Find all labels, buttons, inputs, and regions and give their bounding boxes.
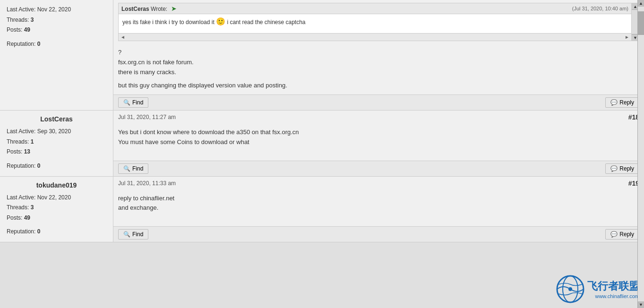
quote-box: LostCeras Wrote: ➤ (Jul 31, 2020, 10:40 … <box>118 3 639 41</box>
quote-text-part1: yes its fake i think i try to download i… <box>122 19 216 26</box>
quote-text-part2: i cant read the chinese captcha <box>225 19 305 26</box>
quote-header: LostCeras Wrote: ➤ (Jul 31, 2020, 10:40 … <box>119 3 631 14</box>
threads-label: Threads: 3 <box>7 15 106 26</box>
quote-inner: LostCeras Wrote: ➤ (Jul 31, 2020, 10:40 … <box>119 3 631 41</box>
reply-label-19: Reply <box>619 231 634 238</box>
reply-icon-18: 💬 <box>610 165 618 172</box>
reputation-label: Reputation: 0 <box>7 39 106 50</box>
user-sidebar-18: LostCeras Last Active: Sep 30, 2020 Thre… <box>0 111 113 176</box>
quote-date: (Jul 31, 2020, 10:40 am) <box>572 6 628 11</box>
post-content: LostCeras Wrote: ➤ (Jul 31, 2020, 10:40 … <box>113 0 644 110</box>
page-scroll-down[interactable]: ▼ <box>638 301 644 308</box>
post-body: ? fsx.org.cn is not fake forum. there is… <box>113 44 644 94</box>
user-info: Last Active: Nov 22, 2020 Threads: 3 Pos… <box>7 5 106 49</box>
posts-count: 49 <box>24 26 30 33</box>
quote-wrote: Wrote: <box>151 6 167 12</box>
svg-point-1 <box>563 276 578 302</box>
post-footer: 🔍 Find 💬 Reply <box>113 94 644 110</box>
reputation-count-19: 0 <box>37 228 41 235</box>
post-line-1: ? <box>118 48 639 58</box>
find-button[interactable]: 🔍 Find <box>118 97 148 108</box>
user-info-19: Last Active: Nov 22, 2020 Threads: 3 Pos… <box>7 193 106 237</box>
posts-label-19: Posts: 49 <box>7 213 106 223</box>
watermark-text: 飞行者联盟 www.chinaflier.com <box>587 279 639 299</box>
post-row-19: tokudane019 Last Active: Nov 22, 2020 Th… <box>0 177 644 242</box>
post-header-19: Jul 31, 2020, 11:33 am #19 <box>113 177 644 190</box>
find-label: Find <box>132 99 143 106</box>
post-line-4: but this guy changing the displayed vers… <box>118 81 639 91</box>
post-row: Last Active: Nov 22, 2020 Threads: 3 Pos… <box>0 0 644 111</box>
post-datetime-19: Jul 31, 2020, 11:33 am <box>118 180 176 187</box>
svg-point-0 <box>557 276 584 302</box>
user-sidebar-19: tokudane019 Last Active: Nov 22, 2020 Th… <box>0 177 113 242</box>
post-line-19-2: and exchange. <box>118 203 639 213</box>
post-line-18-1: Yes but i dont know where to download th… <box>118 128 639 137</box>
find-button-18[interactable]: 🔍 Find <box>118 163 148 174</box>
quote-arrow-icon: ➤ <box>171 5 177 12</box>
page-scroll-track <box>638 7 644 301</box>
page-scroll-thumb[interactable] <box>638 11 644 35</box>
emoji-smile: 🙂 <box>216 17 225 26</box>
svg-point-2 <box>568 287 572 291</box>
reputation-label-19: Reputation: 0 <box>7 227 106 237</box>
post-footer-18: 🔍 Find 💬 Reply <box>113 161 644 176</box>
quote-bottom-bar: ◄ ► <box>119 33 631 41</box>
username-18: LostCeras <box>7 115 106 123</box>
reputation-count: 0 <box>37 41 41 47</box>
page-scrollbar[interactable]: ▲ ▼ <box>637 0 644 308</box>
reply-button-19[interactable]: 💬 Reply <box>605 229 639 240</box>
quote-scroll-area: LostCeras Wrote: ➤ (Jul 31, 2020, 10:40 … <box>119 3 639 41</box>
reply-icon-19: 💬 <box>610 231 618 238</box>
post-body-18: Yes but i dont know where to download th… <box>113 124 644 160</box>
scroll-right-icon: ► <box>625 34 629 40</box>
last-active: Last Active: Nov 22, 2020 <box>7 5 106 15</box>
search-icon: 🔍 <box>123 99 130 106</box>
post-content-19: Jul 31, 2020, 11:33 am #19 reply to chin… <box>113 177 644 242</box>
find-button-19[interactable]: 🔍 Find <box>118 229 148 240</box>
post-line-3: there is many cracks. <box>118 68 639 77</box>
post-content-18: Jul 31, 2020, 11:27 am #18 Yes but i don… <box>113 111 644 176</box>
watermark-title: 飞行者联盟 <box>587 279 639 293</box>
watermark: 飞行者联盟 www.chinaflier.com <box>556 275 639 303</box>
search-icon-19: 🔍 <box>123 231 130 238</box>
last-active-18: Last Active: Sep 30, 2020 <box>7 127 106 137</box>
reputation-count-18: 0 <box>37 163 41 169</box>
posts-count-18: 13 <box>24 148 30 155</box>
last-active-19: Last Active: Nov 22, 2020 <box>7 193 106 203</box>
threads-count-19: 3 <box>31 204 34 211</box>
quote-author: LostCeras <box>121 6 149 12</box>
posts-label: Posts: 49 <box>7 25 106 35</box>
watermark-logo: 飞行者联盟 www.chinaflier.com <box>556 275 639 303</box>
page-wrapper: Last Active: Nov 22, 2020 Threads: 3 Pos… <box>0 0 644 308</box>
threads-label-19: Threads: 3 <box>7 203 106 213</box>
threads-count: 3 <box>31 17 34 23</box>
post-datetime-18: Jul 31, 2020, 11:27 am <box>118 114 176 120</box>
scroll-left-icon: ◄ <box>120 34 125 40</box>
reply-button[interactable]: 💬 Reply <box>605 97 639 108</box>
quote-author-label: LostCeras Wrote: ➤ <box>121 5 177 12</box>
user-info-18: Last Active: Sep 30, 2020 Threads: 1 Pos… <box>7 127 106 171</box>
reply-label: Reply <box>619 99 634 106</box>
post-line-2: fsx.org.cn is not fake forum. <box>118 58 639 68</box>
threads-label-18: Threads: 1 <box>7 137 106 147</box>
find-label-18: Find <box>132 165 143 172</box>
username-19: tokudane019 <box>7 181 106 189</box>
page-scroll-up[interactable]: ▲ <box>638 0 644 7</box>
find-label-19: Find <box>132 231 143 238</box>
post-line-18-2: You must have some Coins to download or … <box>118 137 639 147</box>
search-icon-18: 🔍 <box>123 165 130 172</box>
reputation-label-18: Reputation: 0 <box>7 161 106 171</box>
posts-count-19: 49 <box>24 214 30 221</box>
post-line-19-1: reply to chinaflier.net <box>118 194 639 204</box>
reply-icon: 💬 <box>610 99 618 106</box>
post-body-19: reply to chinaflier.net and exchange. <box>113 190 644 226</box>
quote-body: yes its fake i think i try to download i… <box>119 14 631 33</box>
threads-count-18: 1 <box>31 138 34 145</box>
reply-button-18[interactable]: 💬 Reply <box>605 163 639 174</box>
post-footer-19: 🔍 Find 💬 Reply <box>113 226 644 242</box>
user-sidebar: Last Active: Nov 22, 2020 Threads: 3 Pos… <box>0 0 113 110</box>
posts-label-18: Posts: 13 <box>7 147 106 157</box>
post-header-18: Jul 31, 2020, 11:27 am #18 <box>113 111 644 124</box>
reply-label-18: Reply <box>619 165 634 172</box>
post-row-18: LostCeras Last Active: Sep 30, 2020 Thre… <box>0 111 644 176</box>
